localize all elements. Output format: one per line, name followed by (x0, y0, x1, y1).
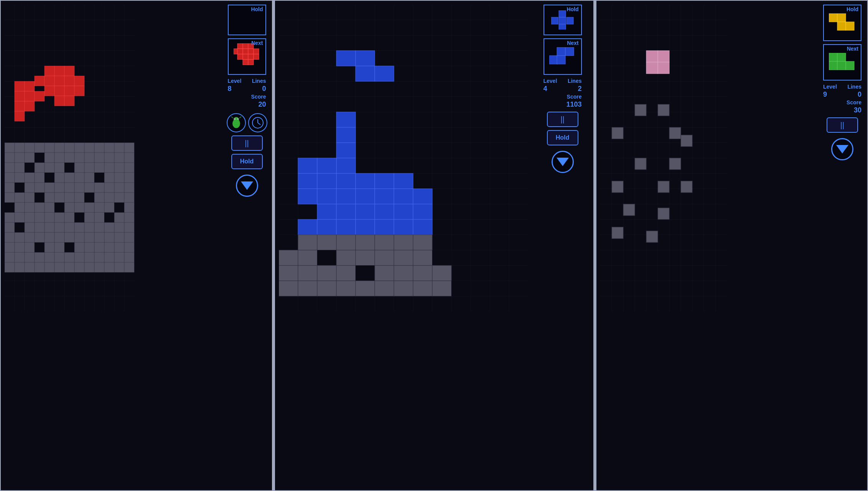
svg-point-241 (234, 119, 235, 119)
svg-rect-127 (84, 193, 94, 203)
svg-rect-165 (74, 222, 84, 232)
svg-rect-100 (74, 173, 84, 183)
svg-rect-395 (658, 104, 669, 116)
svg-rect-232 (243, 54, 248, 59)
svg-rect-408 (829, 13, 837, 22)
svg-rect-350 (451, 281, 471, 296)
svg-rect-233 (248, 54, 254, 59)
svg-rect-315 (413, 219, 432, 235)
svg-rect-86 (64, 163, 74, 173)
stats-2: Level Lines 4 2 Score 1103 (544, 78, 582, 109)
svg-rect-399 (635, 158, 646, 170)
svg-rect-69 (25, 153, 35, 163)
svg-rect-349 (432, 281, 451, 296)
svg-rect-62 (84, 143, 94, 153)
game-grid-3 (600, 5, 727, 311)
pause-button-3[interactable]: || (827, 117, 858, 133)
down-button-1[interactable] (236, 175, 258, 197)
svg-rect-110 (44, 183, 54, 193)
pause-button-1[interactable]: || (231, 135, 263, 151)
svg-rect-312 (356, 219, 375, 235)
pause-button-2[interactable]: || (547, 112, 578, 127)
svg-rect-281 (356, 51, 375, 66)
down-button-3[interactable] (831, 138, 853, 160)
svg-rect-306 (375, 204, 394, 219)
svg-rect-393 (658, 62, 669, 74)
lines-value-1: 0 (262, 85, 266, 93)
svg-rect-90 (104, 163, 114, 173)
svg-rect-125 (64, 193, 74, 203)
svg-rect-282 (356, 66, 375, 81)
svg-rect-213 (35, 262, 44, 272)
hold-button-1[interactable]: Hold (231, 154, 263, 169)
svg-rect-336 (356, 265, 375, 281)
board-area-3 (596, 1, 818, 490)
svg-rect-162 (44, 222, 54, 232)
down-arrow-icon-2 (557, 158, 569, 166)
svg-rect-293 (394, 173, 413, 189)
svg-rect-292 (375, 173, 394, 189)
svg-rect-186 (25, 242, 35, 252)
svg-rect-317 (317, 235, 336, 250)
svg-rect-409 (837, 13, 846, 22)
svg-rect-209 (124, 252, 134, 262)
svg-rect-37 (54, 76, 64, 86)
svg-line-244 (239, 117, 241, 118)
hold-piece-3 (829, 13, 856, 33)
hold-button-2[interactable]: Hold (547, 130, 578, 145)
svg-rect-332 (279, 265, 298, 281)
lines-label-2: Lines (568, 78, 582, 84)
svg-rect-39 (74, 76, 84, 86)
svg-rect-311 (336, 219, 356, 235)
svg-rect-54 (5, 143, 15, 153)
svg-rect-321 (394, 235, 413, 250)
svg-rect-119 (5, 193, 15, 203)
svg-rect-144 (124, 203, 134, 213)
svg-rect-346 (375, 281, 394, 296)
hold-box-1: Hold (228, 5, 266, 35)
svg-rect-115 (94, 183, 104, 193)
svg-rect-354 (567, 17, 573, 24)
svg-rect-307 (394, 204, 413, 219)
svg-rect-231 (237, 54, 243, 59)
svg-rect-185 (15, 242, 25, 252)
svg-rect-113 (74, 183, 84, 193)
svg-rect-415 (837, 61, 846, 70)
down-arrow-icon-1 (241, 181, 253, 190)
svg-rect-64 (104, 143, 114, 153)
svg-rect-407 (646, 231, 658, 242)
svg-rect-60 (64, 143, 74, 153)
svg-rect-194 (104, 242, 114, 252)
svg-rect-353 (559, 17, 566, 24)
svg-rect-56 (25, 143, 35, 153)
svg-rect-323 (279, 250, 298, 265)
svg-line-247 (258, 123, 260, 125)
svg-rect-61 (74, 143, 84, 153)
svg-rect-230 (254, 49, 259, 54)
svg-rect-178 (74, 232, 84, 242)
lines-label-1: Lines (252, 78, 266, 84)
svg-rect-168 (104, 222, 114, 232)
down-button-2[interactable] (552, 151, 574, 173)
svg-rect-77 (104, 153, 114, 163)
svg-rect-138 (64, 203, 74, 213)
svg-rect-177 (64, 232, 74, 242)
svg-rect-91 (114, 163, 124, 173)
svg-rect-227 (237, 49, 243, 54)
svg-rect-140 (84, 203, 94, 213)
svg-rect-348 (413, 281, 432, 296)
svg-rect-38 (64, 76, 74, 86)
svg-rect-412 (829, 53, 837, 61)
svg-rect-70 (35, 153, 44, 163)
svg-rect-98 (54, 173, 64, 183)
svg-rect-334 (317, 265, 336, 281)
svg-rect-199 (25, 252, 35, 262)
svg-rect-114 (84, 183, 94, 193)
svg-rect-97 (44, 173, 54, 183)
board-area-2 (275, 1, 532, 490)
svg-rect-76 (94, 153, 104, 163)
svg-rect-89 (94, 163, 104, 173)
svg-rect-123 (44, 193, 54, 203)
svg-rect-36 (44, 76, 54, 86)
avatar-row-1 (227, 113, 267, 132)
